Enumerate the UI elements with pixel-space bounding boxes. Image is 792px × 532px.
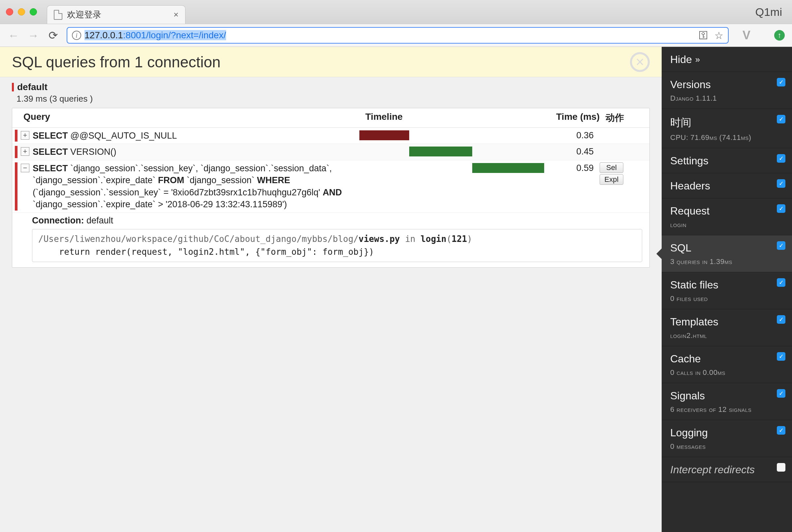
sql-row: +SELECT VERSION()0.45: [12, 144, 650, 160]
sidebar-checkbox[interactable]: [777, 463, 786, 472]
sidebar-checkbox[interactable]: ✓: [777, 115, 786, 124]
col-time: Time (ms): [550, 112, 600, 124]
sidebar-checkbox[interactable]: ✓: [777, 315, 786, 324]
sidebar-item-static-files[interactable]: Static files0 files used✓: [662, 272, 792, 309]
time-cell: 0.45: [544, 146, 594, 157]
back-button[interactable]: ←: [7, 29, 20, 42]
sidebar-item-intercept-redirects[interactable]: Intercept redirects: [662, 457, 792, 482]
connection-marker: [12, 83, 14, 91]
connection-summary: 1.39 ms (3 queries ): [17, 94, 650, 104]
browser-toolbar: ← → ⟳ i 127.0.0.1:8001/login/?next=/inde…: [0, 24, 792, 47]
sidebar-checkbox[interactable]: ✓: [777, 204, 786, 213]
sidebar-item-title: SQL: [670, 242, 784, 254]
timeline-bar: [409, 147, 472, 156]
sql-panel-header: SQL queries from 1 connection ✕: [0, 47, 662, 77]
chevron-right-icon: »: [695, 54, 698, 65]
connection-name: default: [17, 82, 47, 92]
sidebar-item-logging[interactable]: Logging0 messages✓: [662, 420, 792, 457]
sidebar-item-request[interactable]: Requestlogin✓: [662, 198, 792, 235]
reload-button[interactable]: ⟳: [47, 29, 59, 42]
main-content: SQL queries from 1 connection ✕ default …: [0, 47, 662, 532]
connection-value: default: [86, 215, 113, 225]
query-text: SELECT VERSION(): [30, 146, 360, 158]
browser-tab[interactable]: 欢迎登录 ×: [47, 5, 186, 24]
timeline-bar: [472, 163, 544, 173]
sidebar-item-subtitle: Django 1.11.1: [670, 94, 784, 103]
col-action: 动作: [600, 112, 642, 124]
sidebar-checkbox[interactable]: ✓: [777, 426, 786, 435]
key-icon[interactable]: ⚿: [699, 30, 709, 41]
sidebar-item-settings[interactable]: Settings✓: [662, 148, 792, 173]
query-text: SELECT `django_session`.`session_key`, `…: [30, 163, 360, 211]
bookmark-star-icon[interactable]: ☆: [714, 30, 723, 41]
action-button-expl[interactable]: Expl: [600, 174, 623, 185]
sidebar-hide[interactable]: Hide»: [662, 47, 792, 72]
sidebar-item-subtitle: 3 queries in 1.39ms: [670, 258, 784, 266]
row-marker: [15, 130, 18, 141]
sidebar-checkbox[interactable]: ✓: [777, 278, 786, 287]
close-window-button[interactable]: [6, 8, 13, 16]
expand-toggle[interactable]: +: [21, 147, 30, 156]
maximize-window-button[interactable]: [30, 8, 37, 16]
sidebar-item-title: Logging: [670, 427, 784, 439]
col-timeline: Timeline: [365, 112, 550, 124]
sidebar-item-title: Signals: [670, 390, 784, 402]
sidebar-item-versions[interactable]: VersionsDjango 1.11.1✓: [662, 72, 792, 109]
sql-table: Query Timeline Time (ms) 动作 +SELECT @@SQ…: [12, 108, 650, 268]
extensions: V ↑: [736, 30, 785, 41]
sidebar-checkbox[interactable]: ✓: [777, 389, 786, 398]
sidebar-checkbox[interactable]: ✓: [777, 154, 786, 163]
action-button-sel[interactable]: Sel: [600, 163, 623, 173]
debug-toolbar-sidebar: Hide» VersionsDjango 1.11.1✓时间CPU: 71.69…: [662, 47, 792, 532]
sidebar-checkbox[interactable]: ✓: [777, 78, 786, 87]
timeline-bar: [360, 130, 409, 140]
connection-header: default: [12, 82, 650, 92]
sidebar-item-title: Intercept redirects: [670, 464, 784, 476]
sidebar-item-title: Templates: [670, 316, 784, 328]
extension-upload-icon[interactable]: ↑: [774, 30, 785, 41]
traceback-lineno: 121: [451, 234, 467, 244]
sidebar-item-cache[interactable]: Cache0 calls in 0.00ms✓: [662, 346, 792, 383]
expand-toggle[interactable]: −: [21, 164, 30, 172]
forward-button[interactable]: →: [27, 29, 40, 42]
site-info-icon[interactable]: i: [72, 31, 81, 40]
sidebar-item-subtitle: 0 calls in 0.00ms: [670, 368, 784, 377]
expanded-detail: Connection: default /Users/liwenzhou/wor…: [12, 213, 650, 267]
sidebar-checkbox[interactable]: ✓: [777, 352, 786, 361]
sql-table-header: Query Timeline Time (ms) 动作: [12, 108, 650, 128]
sidebar-checkbox[interactable]: ✓: [777, 241, 786, 250]
tab-close-icon[interactable]: ×: [174, 10, 178, 20]
sidebar-item-headers[interactable]: Headers✓: [662, 173, 792, 198]
sql-row: −SELECT `django_session`.`session_key`, …: [12, 160, 650, 213]
address-bar[interactable]: i 127.0.0.1:8001/login/?next=/index/ ⚿ ☆: [67, 27, 729, 43]
close-panel-button[interactable]: ✕: [630, 52, 650, 72]
col-query: Query: [22, 112, 365, 124]
extension-v-icon[interactable]: V: [741, 30, 752, 41]
sql-panel-title: SQL queries from 1 connection: [12, 53, 220, 71]
sidebar-checkbox[interactable]: ✓: [777, 179, 786, 188]
timeline-cell: [360, 163, 544, 174]
sidebar-item-title: Cache: [670, 353, 784, 365]
sidebar-item-title: Settings: [670, 155, 784, 167]
traceback-fn: login: [420, 234, 446, 244]
sidebar-item-时间[interactable]: 时间CPU: 71.69ms (74.11ms)✓: [662, 109, 792, 148]
browser-tabs: 欢迎登录 ×: [47, 0, 186, 24]
expand-toggle[interactable]: +: [21, 131, 30, 139]
profile-label: Q1mi: [755, 6, 782, 18]
sidebar-item-subtitle: login: [670, 221, 784, 229]
sidebar-item-signals[interactable]: Signals6 receivers of 12 signals✓: [662, 383, 792, 420]
sidebar-item-templates[interactable]: Templateslogin2.html✓: [662, 309, 792, 346]
sidebar-item-sql[interactable]: SQL3 queries in 1.39ms✓: [662, 235, 792, 272]
query-text: SELECT @@SQL_AUTO_IS_NULL: [30, 130, 360, 141]
connection-label: Connection:: [32, 215, 84, 225]
traceback-line: return render(request, "login2.html", {"…: [38, 246, 636, 259]
window-titlebar: 欢迎登录 × Q1mi: [0, 0, 792, 24]
row-marker: [15, 146, 18, 158]
sidebar-item-title: Request: [670, 205, 784, 217]
sql-row: +SELECT @@SQL_AUTO_IS_NULL0.36: [12, 128, 650, 144]
extension-grid-icon[interactable]: [758, 30, 768, 41]
action-cell: SelExpl: [594, 163, 642, 185]
minimize-window-button[interactable]: [18, 8, 25, 16]
sidebar-item-title: 时间: [670, 115, 784, 130]
traceback-path: /Users/liwenzhou/workspace/github/CoC/ab…: [38, 234, 359, 244]
